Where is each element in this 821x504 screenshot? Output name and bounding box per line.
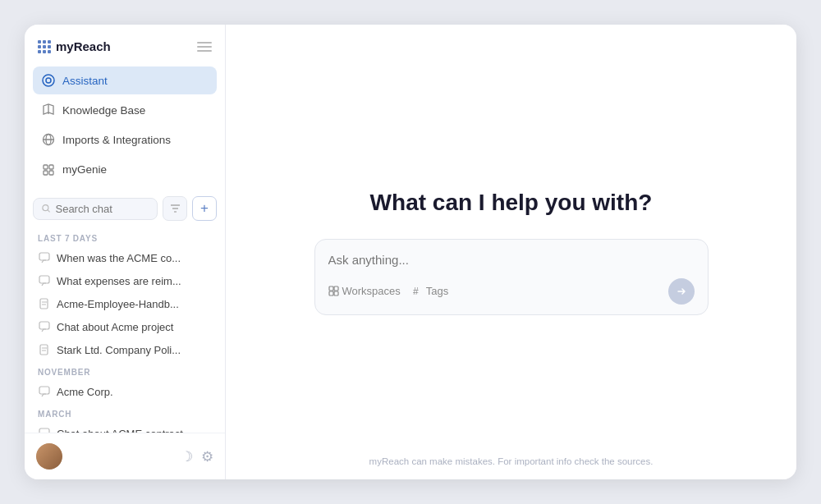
svg-rect-1 <box>197 46 212 48</box>
settings-icon[interactable]: ⚙ <box>201 448 213 465</box>
sidebar-footer: ☽ ⚙ <box>25 433 225 479</box>
file-icon-0 <box>38 297 51 310</box>
history-item-1[interactable]: What expenses are reim... <box>33 269 217 292</box>
svg-rect-11 <box>44 171 48 175</box>
collapse-button[interactable] <box>197 42 212 52</box>
ask-bottom: Workspaces # Tags <box>328 278 695 305</box>
search-area: + <box>25 191 225 227</box>
imports-icon <box>41 132 56 147</box>
svg-line-14 <box>48 210 49 212</box>
svg-rect-10 <box>49 165 53 169</box>
footer-icons: ☽ ⚙ <box>181 448 213 465</box>
svg-point-3 <box>43 75 54 86</box>
svg-rect-2 <box>197 50 212 52</box>
dark-mode-icon[interactable]: ☽ <box>181 448 193 465</box>
tags-tag[interactable]: # Tags <box>412 285 448 297</box>
svg-rect-34 <box>329 291 333 296</box>
svg-text:#: # <box>413 286 419 296</box>
svg-rect-0 <box>197 42 212 44</box>
nav-item-imports-integrations[interactable]: Imports & Integrations <box>33 126 217 153</box>
svg-point-4 <box>46 78 51 83</box>
history-text-nov-0: Acme Corp. <box>57 386 113 398</box>
svg-rect-32 <box>329 286 333 291</box>
chat-icon-nov <box>38 385 51 398</box>
svg-rect-24 <box>40 345 48 355</box>
workspaces-icon <box>328 286 339 296</box>
knowledge-base-icon <box>41 103 56 117</box>
svg-rect-27 <box>39 387 49 394</box>
avatar[interactable] <box>36 443 62 470</box>
svg-point-13 <box>43 205 48 211</box>
search-wrap <box>33 198 158 220</box>
nav-item-knowledge-base[interactable]: Knowledge Base <box>33 96 217 124</box>
ask-input[interactable] <box>328 253 695 267</box>
footer-note: myReach can make mistakes. For important… <box>369 456 654 466</box>
svg-rect-20 <box>40 299 48 309</box>
workspaces-label: Workspaces <box>342 285 401 297</box>
logo-icon <box>38 40 51 53</box>
history-item-3[interactable]: Chat about Acme project <box>33 315 217 338</box>
history-label-november: November <box>33 361 217 380</box>
svg-rect-19 <box>39 276 49 283</box>
svg-rect-33 <box>334 286 338 291</box>
tags-label: Tags <box>426 285 448 297</box>
history-item-0[interactable]: When was the ACME co... <box>33 246 217 269</box>
nav-item-assistant[interactable]: Assistant <box>33 66 217 94</box>
chat-icon-3 <box>38 320 51 333</box>
chat-icon-0 <box>38 251 51 264</box>
send-button[interactable] <box>668 278 695 305</box>
sidebar: myReach Assistant <box>25 25 226 479</box>
nav-section: Assistant Knowledge Base <box>25 63 225 191</box>
history-text-2: Acme-Employee-Handb... <box>57 298 179 310</box>
svg-rect-12 <box>49 171 53 175</box>
svg-rect-23 <box>39 322 49 329</box>
tags-icon: # <box>412 286 423 296</box>
history-text-0: When was the ACME co... <box>57 252 181 264</box>
svg-rect-35 <box>334 291 338 296</box>
history-item-nov-0[interactable]: Acme Corp. <box>33 380 217 403</box>
chat-icon-1 <box>38 274 51 287</box>
search-icon <box>42 204 50 213</box>
ask-box: Workspaces # Tags <box>314 239 709 315</box>
logo: myReach <box>38 39 111 53</box>
history-text-4: Stark Ltd. Company Poli... <box>57 344 181 356</box>
svg-rect-9 <box>44 165 48 169</box>
workspaces-tag[interactable]: Workspaces <box>328 285 401 297</box>
logo-text: myReach <box>56 39 111 53</box>
nav-label-mygenie: myGenie <box>62 163 107 176</box>
ask-tags: Workspaces # Tags <box>328 285 449 297</box>
history-text-3: Chat about Acme project <box>57 321 173 333</box>
search-input[interactable] <box>55 203 149 215</box>
chat-icon-mar <box>38 427 51 433</box>
sidebar-header: myReach <box>25 25 225 63</box>
nav-item-mygenie[interactable]: myGenie <box>33 155 217 183</box>
assistant-icon <box>41 73 56 88</box>
history-label-recent: Last 7 Days <box>33 227 217 246</box>
history-text-1: What expenses are reim... <box>57 275 181 287</box>
main-title: What can I help you with? <box>370 190 653 216</box>
file-icon-1 <box>38 343 51 356</box>
nav-label-imports: Imports & Integrations <box>62 134 171 146</box>
svg-rect-18 <box>39 253 49 260</box>
history-item-4[interactable]: Stark Ltd. Company Poli... <box>33 338 217 361</box>
nav-label-assistant: Assistant <box>62 75 108 87</box>
mygenie-icon <box>41 162 56 176</box>
new-chat-button[interactable]: + <box>192 196 217 221</box>
history-item-mar-0[interactable]: Chat about ACME contract <box>33 422 217 433</box>
history-section: Last 7 Days When was the ACME co... What… <box>25 227 225 433</box>
filter-button[interactable] <box>163 196 187 221</box>
history-item-2[interactable]: Acme-Employee-Handb... <box>33 292 217 315</box>
main-content: What can I help you with? Workspaces <box>226 25 796 479</box>
history-label-march: March <box>33 403 217 422</box>
nav-label-knowledge-base: Knowledge Base <box>62 104 145 117</box>
